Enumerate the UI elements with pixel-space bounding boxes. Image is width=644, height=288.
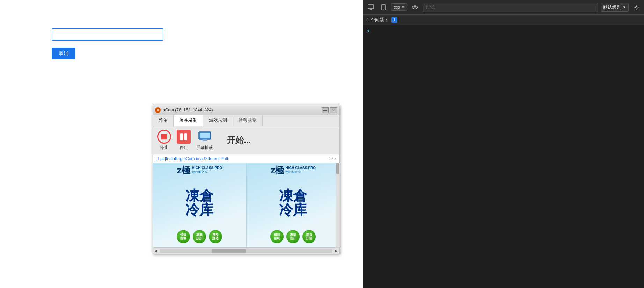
- ocam-tab-screen-record[interactable]: 屏幕录制: [174, 115, 203, 126]
- ocam-ad-left: z極 HIGH CLASS-PRO 您的极之选 凍倉 冷库 恒温 控制 專業 設…: [153, 163, 247, 247]
- ad-right-circle-1: 恒温 控制: [270, 230, 284, 243]
- svg-rect-2: [203, 139, 207, 141]
- devtools-toolbar: top ▼ 默认级别 ▼: [363, 0, 644, 15]
- ocam-status-text: 开始...: [227, 135, 251, 146]
- input-container: 取消: [52, 28, 163, 59]
- ad-right-brand-row: z極 HIGH CLASS-PRO 您的极之选: [270, 166, 316, 175]
- svg-rect-3: [201, 141, 208, 141]
- ad-left-brand-sub: 您的极之选: [192, 170, 222, 174]
- ad-left-text2: 冷库: [185, 203, 213, 217]
- capture-label: 屏幕捕获: [196, 145, 213, 151]
- ocam-ad-close-button[interactable]: ×: [334, 156, 336, 161]
- ad-left-main-text: 凍倉 冷库: [185, 189, 213, 217]
- ad-right-brand-sub: 您的极之选: [285, 170, 316, 174]
- devtools-level-chevron: ▼: [623, 5, 626, 9]
- ocam-capture-button[interactable]: 屏幕捕获: [196, 130, 213, 151]
- ocam-ad-bar: [Tips]Installing oCam in a Different Pat…: [153, 154, 339, 163]
- devtools-console-content: >: [363, 25, 644, 288]
- ad-left-logo: z極: [177, 166, 190, 175]
- ocam-titlebar: O pCam (76, 153, 1844, 824) — ×: [153, 105, 339, 115]
- ad-right-text2: 冷库: [279, 203, 307, 217]
- ad-left-brand-name: HIGH CLASS-PRO: [192, 166, 222, 170]
- devtools-level-dropdown[interactable]: 默认级别 ▼: [601, 3, 629, 12]
- devtools-eye-button[interactable]: [410, 2, 420, 12]
- ad-right-circle-3: 度身 訂造: [302, 230, 316, 243]
- devtools-issues-badge: 1: [391, 17, 397, 23]
- pause-label: 停止: [180, 145, 188, 151]
- ocam-toolbar: 停止 停止: [153, 126, 339, 154]
- svg-rect-6: [370, 9, 372, 10]
- devtools-panel: top ▼ 默认级别 ▼ 1 个问题： 1: [363, 0, 644, 288]
- ocam-scroll-left-button[interactable]: ◀: [153, 249, 159, 253]
- svg-point-10: [636, 6, 637, 8]
- devtools-issues-text: 1 个问题：: [367, 17, 389, 23]
- ad-left-text1: 凍倉: [185, 189, 213, 203]
- ad-left-circle-3: 度身 訂造: [209, 230, 222, 243]
- ad-right-logo: z極: [270, 166, 284, 175]
- ocam-app-icon: O: [155, 107, 161, 113]
- ad-right-circles: 恒温 控制 專業 設計 度身 訂造: [270, 230, 316, 245]
- ocam-horizontal-thumb: [212, 249, 246, 253]
- ad-right-circle-2: 專業 設計: [286, 230, 300, 243]
- ad-left-brand-row: z極 HIGH CLASS-PRO 您的极之选: [177, 166, 222, 175]
- ocam-ad-content: z極 HIGH CLASS-PRO 您的极之选 凍倉 冷库 恒温 控制 專業 設…: [153, 163, 340, 247]
- ocam-scroll-right-button[interactable]: ▶: [334, 249, 339, 253]
- ocam-close-button[interactable]: ×: [330, 107, 337, 113]
- svg-point-8: [383, 9, 384, 9]
- devtools-level-label: 默认级别: [603, 4, 621, 10]
- ocam-ad-info-button[interactable]: ⓘ: [329, 156, 333, 161]
- pause-bar-right: [184, 133, 187, 140]
- ocam-window: O pCam (76, 153, 1844, 824) — × 菜单 屏幕录制 …: [153, 105, 339, 254]
- ad-right-main-text: 凍倉 冷库: [279, 189, 307, 217]
- stop-inner-icon: [161, 134, 167, 139]
- ad-right-brand-name: HIGH CLASS-PRO: [285, 166, 316, 170]
- devtools-issues-bar: 1 个问题： 1: [363, 15, 644, 25]
- devtools-frame-label: top: [394, 5, 400, 10]
- ocam-ad-link[interactable]: [Tips]Installing oCam in a Different Pat…: [156, 156, 229, 161]
- pause-bar-left: [180, 133, 183, 140]
- ad-right-brand: z極 HIGH CLASS-PRO 您的极之选: [249, 166, 337, 175]
- ocam-tabs: 菜单 屏幕录制 游戏录制 音频录制: [153, 115, 339, 126]
- devtools-inspect-button[interactable]: [366, 2, 376, 12]
- ocam-minimize-button[interactable]: —: [322, 107, 329, 113]
- ocam-ad-scrollbar[interactable]: [336, 163, 340, 247]
- ocam-window-buttons: — ×: [322, 107, 337, 113]
- ad-right-text1: 凍倉: [279, 189, 307, 203]
- svg-rect-4: [368, 5, 374, 9]
- ocam-horizontal-scrollbar[interactable]: [160, 249, 332, 253]
- svg-rect-5: [369, 9, 372, 9]
- main-area: 取消 O pCam (76, 153, 1844, 824) — × 菜单 屏幕…: [0, 0, 363, 288]
- screen-capture-icon: [198, 130, 212, 144]
- ocam-tab-audio-record[interactable]: 音频录制: [233, 115, 263, 126]
- ad-left-brand: z極 HIGH CLASS-PRO 您的极之选: [156, 166, 243, 175]
- ad-right-brand-text: HIGH CLASS-PRO 您的极之选: [285, 166, 316, 174]
- ocam-stop-button[interactable]: 停止: [157, 130, 171, 151]
- svg-rect-1: [200, 133, 210, 138]
- ocam-tab-menu[interactable]: 菜单: [153, 115, 174, 126]
- ocam-button-group: 停止 停止: [157, 130, 213, 151]
- devtools-settings-button[interactable]: [631, 2, 641, 12]
- ad-left-brand-text: HIGH CLASS-PRO 您的极之选: [192, 166, 222, 174]
- devtools-filter-input[interactable]: [423, 3, 598, 12]
- ocam-ad-right: z極 HIGH CLASS-PRO 您的极之选 凍倉 冷库 恒温 控制 專業 設…: [247, 163, 340, 247]
- ocam-tab-game-record[interactable]: 游戏录制: [203, 115, 233, 126]
- devtools-frame-selector[interactable]: top ▼: [391, 3, 407, 11]
- pause-icon: [177, 130, 191, 144]
- ocam-ad-controls: ⓘ ×: [329, 156, 336, 161]
- devtools-expand-arrow[interactable]: >: [367, 28, 369, 34]
- cancel-button[interactable]: 取消: [52, 48, 75, 59]
- svg-point-9: [414, 6, 416, 8]
- ad-left-circle-1: 恒温 控制: [177, 230, 190, 243]
- ocam-pause-button[interactable]: 停止: [177, 130, 191, 151]
- ocam-title-text: pCam (76, 153, 1844, 824): [163, 108, 322, 113]
- ocam-scrollbar-thumb: [336, 163, 339, 174]
- stop-label: 停止: [160, 145, 168, 151]
- text-input[interactable]: [52, 28, 163, 41]
- ad-left-circle-2: 專業 設計: [193, 230, 206, 243]
- devtools-frame-chevron: ▼: [401, 5, 405, 9]
- stop-icon: [157, 130, 171, 144]
- ocam-bottom-bar: ◀ ▶: [153, 247, 339, 254]
- devtools-device-button[interactable]: [379, 2, 388, 12]
- ad-left-circles: 恒温 控制 專業 設計 度身 訂造: [177, 230, 222, 245]
